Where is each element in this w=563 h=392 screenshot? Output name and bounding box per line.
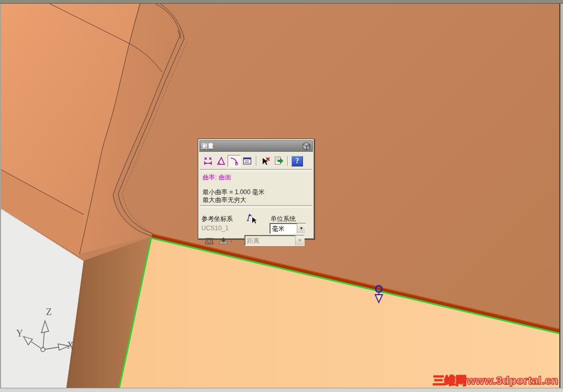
chevron-down-icon: ▼ xyxy=(299,226,303,231)
unit-dropdown-button[interactable]: ▼ xyxy=(297,223,306,233)
export-results-button[interactable] xyxy=(272,155,285,167)
unit-system-label: 单位系统 xyxy=(271,215,296,223)
reference-csys-label: 参考坐标系 xyxy=(201,215,233,223)
axis-label-y: Y xyxy=(16,328,23,339)
axis-label-x: X xyxy=(67,340,74,351)
snapshot-view-button[interactable] xyxy=(202,236,216,247)
cad-application-window: Z Y X 三维网www.3dportal.cn 测量 X xyxy=(0,0,563,392)
measurement-results: 曲率: 曲面 最小曲率 = 1.000 毫米 最大曲率无穷大 xyxy=(198,171,314,205)
toolbar-separator xyxy=(256,156,257,166)
dialog-titlebar[interactable]: 测量 X xyxy=(199,140,313,152)
angle-measure-button[interactable] xyxy=(215,155,228,167)
svg-text:X: X xyxy=(307,147,309,150)
distance-combobox: 距离 ▼ xyxy=(244,235,305,246)
csys-picker-icon[interactable] xyxy=(245,213,258,226)
dialog-toolbar: ? xyxy=(198,152,314,169)
dialog-rail-cube-icon[interactable]: X xyxy=(302,142,311,151)
measure-mode-text: 曲率: 曲面 xyxy=(202,173,314,182)
watermark: 三维网www.3dportal.cn xyxy=(433,373,558,388)
reference-csys-value: UCS10_1 xyxy=(201,225,229,232)
axis-label-z: Z xyxy=(46,307,52,318)
distance-measure-button[interactable] xyxy=(201,155,215,167)
measurement-info-button[interactable] xyxy=(241,155,254,167)
distance-field-value: 距离 xyxy=(245,236,295,245)
min-curvature-text: 最小曲率 = 1.000 毫米 xyxy=(202,188,314,196)
unit-system-combobox[interactable]: 毫米 ▼ xyxy=(269,223,306,234)
dialog-title: 测量 xyxy=(201,142,302,151)
separator-line xyxy=(200,205,312,207)
unit-system-value: 毫米 xyxy=(270,223,297,233)
help-button[interactable]: ? xyxy=(291,156,303,166)
measure-dialog[interactable]: 测量 X xyxy=(198,139,314,239)
chevron-down-icon: ▼ xyxy=(295,236,304,245)
curvature-measure-button[interactable] xyxy=(228,155,241,167)
save-results-button[interactable] xyxy=(217,236,235,247)
max-curvature-text: 最大曲率无穷大 xyxy=(202,196,314,204)
clear-selection-button[interactable] xyxy=(259,155,272,167)
toolbar-separator xyxy=(287,156,288,166)
